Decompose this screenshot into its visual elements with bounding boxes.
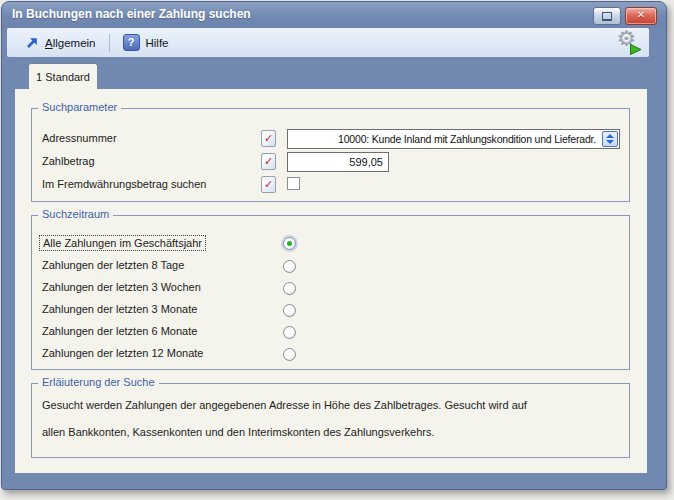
spinner-up-icon (606, 134, 614, 138)
zahlbetrag-input[interactable]: 599,05 (287, 152, 389, 172)
toolbar: Allgemein Hilfe (7, 28, 649, 57)
radio-6-monate[interactable] (283, 326, 296, 339)
option-label-6-monate[interactable]: Zahlungen der letzten 6 Monate (42, 325, 197, 337)
zahlbetrag-label: Zahlbetrag (42, 155, 95, 167)
adressnummer-spinner[interactable] (602, 131, 618, 147)
field-active-check-icon[interactable] (261, 176, 276, 193)
group-title: Suchparameter (38, 101, 121, 113)
content-panel: Suchparameter Adressnummer 10000: Kunde … (15, 89, 647, 473)
allgemein-label: Allgemein (45, 37, 96, 49)
fremdwaehrung-checkbox[interactable] (287, 177, 300, 190)
radio-12-monate[interactable] (283, 348, 296, 361)
field-active-check-icon[interactable] (261, 153, 276, 170)
adressnummer-label: Adressnummer (42, 132, 117, 144)
group-title: Erläiuterung der Suche (38, 376, 159, 388)
allgemein-menu-button[interactable]: Allgemein (19, 32, 102, 54)
group-erlaeuterung: Erläiuterung der Suche Gesucht werden Za… (31, 383, 630, 458)
window-controls (593, 7, 657, 25)
field-active-check-icon[interactable] (261, 130, 276, 147)
radio-geschaeftsjahr[interactable] (283, 237, 296, 250)
hilfe-button[interactable]: Hilfe (117, 32, 175, 54)
tab-standard[interactable]: 1 Standard (28, 63, 98, 90)
hilfe-label: Hilfe (146, 37, 169, 49)
option-label-3-wochen[interactable]: Zahlungen der letzten 3 Wochen (42, 281, 201, 293)
option-label-8-tage[interactable]: Zahlungen der letzten 8 Tage (42, 259, 184, 271)
green-run-arrow-icon (630, 44, 642, 55)
minimize-icon (602, 12, 612, 21)
dialog-window: In Buchungen nach einer Zahlung suchen (1, 1, 667, 490)
screen: In Buchungen nach einer Zahlung suchen (0, 0, 674, 500)
toolbar-separator (109, 34, 110, 52)
adressnummer-value: 10000: Kunde Inland mit Zahlungskonditio… (338, 133, 596, 145)
help-icon (123, 34, 140, 51)
option-label-3-monate[interactable]: Zahlungen der letzten 3 Monate (42, 303, 197, 315)
option-label-geschaeftsjahr[interactable]: Alle Zahlungen im Geschäftsjahr (39, 235, 206, 251)
group-suchzeitraum: Suchzeitraum Alle Zahlungen im Geschäfts… (31, 215, 630, 370)
radio-8-tage[interactable] (283, 260, 296, 273)
spinner-down-icon (606, 140, 614, 144)
run-settings-button[interactable] (617, 30, 643, 56)
titlebar[interactable]: In Buchungen nach einer Zahlung suchen (2, 2, 666, 28)
close-button[interactable] (625, 7, 657, 25)
radio-3-monate[interactable] (283, 304, 296, 317)
window-title: In Buchungen nach einer Zahlung suchen (12, 7, 251, 21)
close-icon (626, 9, 656, 20)
option-label-12-monate[interactable]: Zahlungen der letzten 12 Monate (42, 347, 203, 359)
fremdwaehrung-label: Im Fremdwährungsbetrag suchen (42, 178, 206, 190)
explanation-line-2: allen Bankkonten, Kassenkonten und den I… (42, 426, 435, 438)
minimize-button[interactable] (593, 7, 621, 25)
group-title: Suchzeitraum (38, 208, 113, 220)
adressnummer-input[interactable]: 10000: Kunde Inland mit Zahlungskonditio… (287, 129, 620, 149)
group-suchparameter: Suchparameter Adressnummer 10000: Kunde … (31, 108, 630, 202)
radio-3-wochen[interactable] (283, 282, 296, 295)
explanation-line-1: Gesucht werden Zahlungen der angegebenen… (42, 399, 527, 411)
arrow-up-right-icon (25, 36, 39, 50)
